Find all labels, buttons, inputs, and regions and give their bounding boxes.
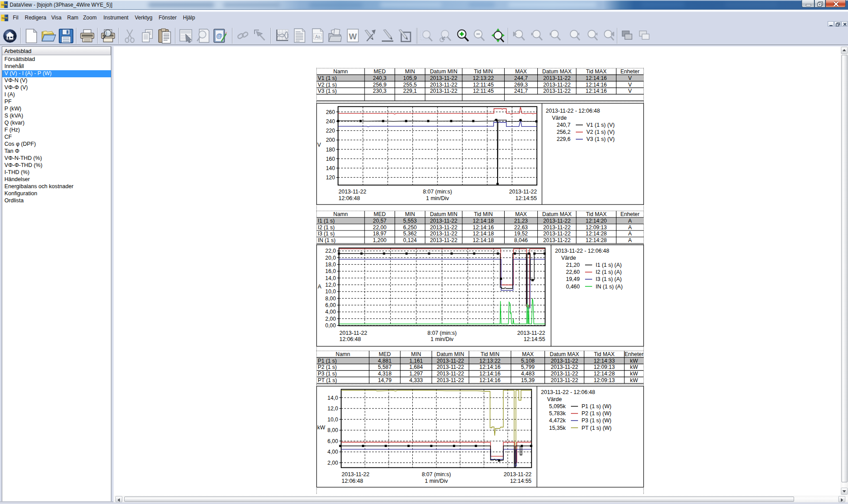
svg-text:2013-11-22: 2013-11-22: [342, 471, 369, 477]
svg-text:240,3: 240,3: [373, 75, 387, 81]
svg-text:2013-11-22: 2013-11-22: [543, 237, 570, 243]
svg-text:P3 (1 s): P3 (1 s): [318, 371, 337, 377]
svg-text:5,108: 5,108: [521, 358, 535, 364]
svg-text:P2 (1 s): P2 (1 s): [318, 364, 337, 370]
svg-text:A: A: [628, 218, 632, 224]
svg-text:12:06:48: 12:06:48: [342, 478, 363, 484]
svg-text:4,333: 4,333: [409, 377, 423, 383]
svg-text:12:11:45: 12:11:45: [473, 88, 494, 94]
svg-text:8,00: 8,00: [327, 427, 338, 433]
svg-text:2013-11-22: 2013-11-22: [543, 218, 570, 224]
svg-text:P2 (1 s) (W): P2 (1 s) (W): [582, 410, 611, 417]
svg-text:Tid MIN: Tid MIN: [474, 68, 493, 75]
svg-text:6,00: 6,00: [325, 302, 336, 308]
svg-text:2013-11-22: 2013-11-22: [543, 231, 570, 237]
svg-text:18,0: 18,0: [325, 261, 336, 268]
svg-text:2013-11-22: 2013-11-22: [339, 330, 367, 336]
svg-text:200: 200: [326, 137, 335, 143]
svg-text:5,095k: 5,095k: [549, 403, 566, 409]
svg-text:12,0: 12,0: [327, 405, 338, 412]
svg-text:V1 (1 s): V1 (1 s): [318, 75, 337, 81]
svg-text:2013-11-22: 2013-11-22: [543, 88, 570, 94]
svg-text:Tid MAX: Tid MAX: [586, 68, 607, 75]
svg-text:20,0: 20,0: [325, 255, 336, 261]
svg-text:6,250: 6,250: [403, 224, 417, 231]
svg-text:2013-11-22: 2013-11-22: [517, 330, 545, 336]
svg-text:Namn: Namn: [336, 351, 350, 357]
svg-text:12:14:33: 12:14:33: [593, 358, 615, 364]
svg-text:PT (1 s): PT (1 s): [318, 377, 337, 383]
svg-text:19,49: 19,49: [566, 276, 580, 282]
svg-text:2013-11-22: 2013-11-22: [551, 364, 578, 370]
svg-text:12:13:22: 12:13:22: [473, 75, 494, 81]
svg-text:Värde: Värde: [547, 396, 562, 402]
svg-text:8:07 (min:s): 8:07 (min:s): [423, 189, 452, 195]
svg-text:I1 (1 s) (A): I1 (1 s) (A): [596, 262, 622, 268]
svg-text:MAX: MAX: [522, 351, 534, 357]
svg-text:12:09:13: 12:09:13: [593, 364, 615, 370]
svg-text:2013-11-22: 2013-11-22: [551, 371, 578, 377]
svg-text:12:14:28: 12:14:28: [586, 231, 607, 237]
svg-text:241,7: 241,7: [514, 88, 528, 94]
svg-text:2013-11-22: 2013-11-22: [430, 224, 457, 231]
svg-text:P1 (1 s): P1 (1 s): [318, 358, 337, 364]
svg-text:V: V: [317, 142, 321, 148]
svg-text:269,3: 269,3: [514, 82, 528, 88]
svg-text:1,200: 1,200: [373, 237, 387, 243]
svg-text:21,20: 21,20: [566, 262, 580, 268]
svg-text:2013-11-22: 2013-11-22: [543, 224, 570, 231]
svg-text:Data: Data: [2, 17, 6, 19]
svg-text:I2 (1 s) (A): I2 (1 s) (A): [596, 269, 622, 275]
svg-text:14,0: 14,0: [327, 395, 338, 401]
svg-text:Värde: Värde: [561, 255, 576, 261]
svg-text:P1 (1 s) (W): P1 (1 s) (W): [582, 403, 611, 409]
svg-text:2013-11-22: 2013-11-22: [509, 189, 537, 195]
svg-text:2013-11-22: 2013-11-22: [430, 231, 457, 237]
svg-text:2013-11-22 - 12:06:48: 2013-11-22 - 12:06:48: [546, 108, 600, 114]
svg-text:MIN: MIN: [411, 351, 421, 357]
svg-text:kW: kW: [630, 377, 638, 383]
svg-text:12:14:16: 12:14:16: [479, 377, 501, 383]
svg-text:Namn: Namn: [333, 68, 348, 75]
svg-text:2013-11-22: 2013-11-22: [430, 75, 457, 81]
svg-text:2013-11-22 - 12:06:48: 2013-11-22 - 12:06:48: [555, 248, 609, 254]
svg-text:PT (1 s) (W): PT (1 s) (W): [582, 425, 612, 431]
svg-text:MED: MED: [374, 68, 386, 75]
svg-text:140: 140: [326, 165, 335, 171]
svg-text:5,799: 5,799: [521, 364, 535, 370]
svg-text:Datum MIN: Datum MIN: [437, 351, 464, 357]
svg-text:Enheter: Enheter: [620, 211, 639, 217]
svg-text:8:07 (min:s): 8:07 (min:s): [422, 471, 451, 477]
svg-text:10,0: 10,0: [325, 288, 336, 295]
svg-text:IN (1 s) (A): IN (1 s) (A): [596, 284, 623, 290]
svg-text:15,39: 15,39: [521, 377, 535, 383]
svg-text:12:06:48: 12:06:48: [339, 336, 361, 342]
svg-text:8,00: 8,00: [325, 296, 336, 302]
svg-text:I2 (1 s): I2 (1 s): [318, 224, 335, 231]
svg-text:V3 (1 s): V3 (1 s): [318, 88, 337, 94]
svg-text:12:14:16: 12:14:16: [479, 371, 501, 377]
svg-text:MIN: MIN: [405, 211, 415, 217]
svg-text:8:07 (min:s): 8:07 (min:s): [427, 330, 456, 336]
svg-text:Tid MIN: Tid MIN: [474, 211, 493, 217]
svg-text:Värde: Värde: [552, 115, 567, 121]
svg-text:12:11:45: 12:11:45: [473, 82, 494, 88]
svg-text:2013-11-22: 2013-11-22: [430, 237, 457, 243]
svg-text:120: 120: [326, 174, 335, 181]
svg-text:Tid MIN: Tid MIN: [480, 351, 499, 357]
svg-text:6,00: 6,00: [327, 438, 338, 444]
svg-text:4,00: 4,00: [325, 309, 336, 315]
svg-text:Data: Data: [1, 4, 6, 6]
svg-text:V2 (1 s) (V): V2 (1 s) (V): [586, 129, 615, 135]
svg-text:1,161: 1,161: [409, 358, 423, 364]
svg-text:229,1: 229,1: [403, 88, 417, 94]
svg-text:Datum MIN: Datum MIN: [430, 68, 457, 75]
svg-text:V: V: [628, 82, 632, 88]
svg-text:19,52: 19,52: [514, 231, 528, 237]
svg-text:Datum MAX: Datum MAX: [550, 351, 579, 357]
svg-text:220: 220: [326, 128, 335, 134]
svg-text:12:14:28: 12:14:28: [586, 237, 607, 243]
svg-text:12:14:18: 12:14:18: [473, 231, 494, 237]
svg-text:Datum MAX: Datum MAX: [542, 68, 571, 75]
svg-text:4,318: 4,318: [378, 371, 392, 377]
